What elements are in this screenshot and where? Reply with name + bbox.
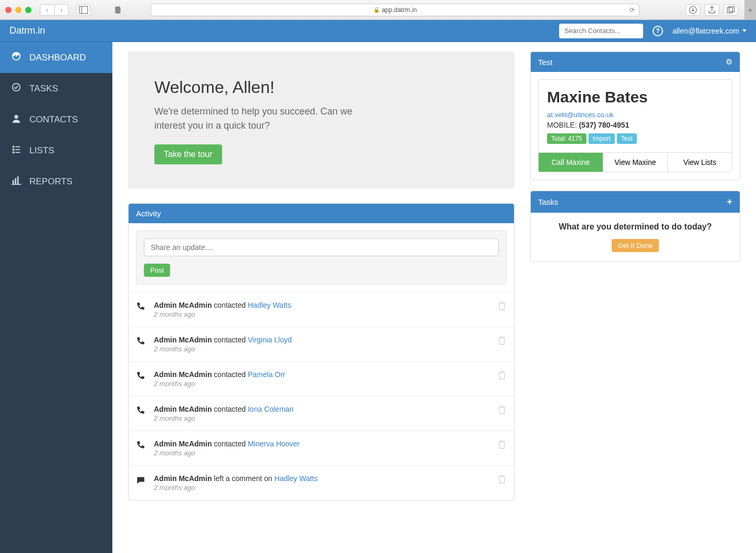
comment-icon bbox=[136, 475, 144, 486]
sidebar-item-lists[interactable]: LISTS bbox=[0, 135, 112, 166]
get-it-done-button[interactable]: Get It Done bbox=[612, 239, 659, 252]
activity-target-link[interactable]: Virginia Lloyd bbox=[248, 336, 292, 344]
back-button[interactable]: ‹ bbox=[40, 4, 55, 16]
activity-text: Admin McAdmin contacted Hadley Watts bbox=[154, 301, 488, 309]
take-tour-button[interactable]: Take the tour bbox=[154, 144, 222, 164]
svg-rect-4 bbox=[729, 6, 734, 12]
sidebar-item-label: DASHBOARD bbox=[29, 53, 86, 63]
trash-icon[interactable] bbox=[497, 405, 507, 416]
svg-rect-9 bbox=[15, 147, 20, 148]
activity-verb: contacted bbox=[214, 301, 246, 309]
tasks-panel: Tasks + What are you determined to do to… bbox=[530, 191, 740, 262]
activity-target-link[interactable]: Hadley Watts bbox=[275, 474, 318, 483]
activity-actor: Admin McAdmin bbox=[154, 301, 212, 309]
activity-verb: contacted bbox=[214, 370, 246, 379]
call-contact-button[interactable]: Call Maxine bbox=[539, 153, 603, 172]
activity-verb: contacted bbox=[214, 336, 246, 344]
view-lists-button[interactable]: View Lists bbox=[668, 153, 732, 172]
activity-target-link[interactable]: Iona Coleman bbox=[248, 405, 293, 413]
contact-email-link[interactable]: at.velit@ultrices.co.uk bbox=[547, 111, 614, 119]
activity-actor: Admin McAdmin bbox=[154, 336, 212, 344]
evernote-icon[interactable] bbox=[111, 5, 125, 15]
downloads-button[interactable] bbox=[686, 4, 700, 16]
user-email: allen@flatcreek.com bbox=[673, 27, 739, 35]
activity-time: 2 months ago bbox=[154, 414, 488, 422]
window-controls bbox=[5, 7, 32, 13]
contact-actions: Call Maxine View Maxine View Lists bbox=[539, 152, 732, 172]
sidebar-toggle-button[interactable] bbox=[76, 4, 91, 16]
url-bar[interactable]: 🔒 app.datrm.in ⟳ bbox=[151, 4, 639, 16]
activity-time: 2 months ago bbox=[154, 449, 488, 457]
welcome-panel: Welcome, Allen! We're determined to help… bbox=[128, 51, 514, 189]
forward-button[interactable]: › bbox=[54, 4, 69, 16]
trash-icon[interactable] bbox=[497, 336, 507, 347]
tasks-panel-title: Tasks bbox=[538, 197, 558, 206]
activity-heading: Activity bbox=[129, 204, 514, 223]
trash-icon[interactable] bbox=[497, 474, 507, 485]
svg-point-6 bbox=[13, 84, 20, 91]
help-icon[interactable]: ? bbox=[653, 26, 663, 36]
minimize-window-icon[interactable] bbox=[15, 7, 22, 13]
activity-actor: Admin McAdmin bbox=[154, 440, 212, 448]
activity-item: Admin McAdmin contacted Virginia Lloyd2 … bbox=[129, 327, 514, 361]
activity-verb: contacted bbox=[214, 405, 246, 413]
sidebar-item-dashboard[interactable]: DASHBOARD bbox=[0, 42, 112, 73]
reload-icon[interactable]: ⟳ bbox=[629, 6, 635, 14]
plus-icon[interactable]: + bbox=[727, 196, 732, 207]
svg-rect-12 bbox=[13, 152, 15, 154]
activity-time: 2 months ago bbox=[154, 484, 488, 492]
activity-target-link[interactable]: Hadley Watts bbox=[248, 301, 291, 309]
activity-text: Admin McAdmin contacted Minerva Hoover bbox=[154, 440, 488, 448]
badge[interactable]: Test bbox=[617, 133, 637, 144]
sidebar-item-reports[interactable]: REPORTS bbox=[0, 166, 112, 197]
sidebar-item-label: LISTS bbox=[29, 145, 54, 156]
badge[interactable]: Import bbox=[589, 133, 615, 144]
sidebar: DASHBOARD TASKS CONTACTS LISTS REPORTS bbox=[0, 42, 112, 553]
post-button[interactable]: Post bbox=[144, 264, 170, 277]
activity-item: Admin McAdmin contacted Hadley Watts2 mo… bbox=[129, 292, 514, 327]
trash-icon[interactable] bbox=[497, 440, 507, 451]
lock-icon: 🔒 bbox=[373, 7, 380, 13]
tasks-prompt: What are you determined to do today? bbox=[540, 222, 730, 232]
svg-rect-11 bbox=[15, 149, 20, 150]
activity-actor: Admin McAdmin bbox=[154, 370, 212, 379]
phone-icon bbox=[136, 441, 144, 452]
user-menu[interactable]: allen@flatcreek.com bbox=[673, 27, 747, 35]
activity-text: Admin McAdmin contacted Iona Coleman bbox=[154, 405, 488, 413]
activity-item: Admin McAdmin contacted Pamela Orr2 mont… bbox=[129, 361, 514, 396]
sidebar-item-tasks[interactable]: TASKS bbox=[0, 73, 112, 104]
activity-target-link[interactable]: Pamela Orr bbox=[248, 370, 286, 379]
check-circle-icon bbox=[10, 82, 22, 95]
welcome-subtitle: We're determined to help you succeed. Ca… bbox=[154, 105, 385, 133]
search-input[interactable] bbox=[559, 24, 643, 38]
sidebar-item-contacts[interactable]: CONTACTS bbox=[0, 104, 112, 135]
view-contact-button[interactable]: View Maxine bbox=[603, 153, 668, 172]
share-update-input[interactable] bbox=[144, 238, 499, 256]
activity-text: Admin McAdmin contacted Pamela Orr bbox=[154, 370, 488, 379]
close-window-icon[interactable] bbox=[5, 7, 12, 13]
sidebar-item-label: REPORTS bbox=[29, 176, 72, 187]
phone-icon bbox=[136, 406, 144, 417]
gear-icon[interactable]: ⚙ bbox=[726, 57, 732, 67]
share-button[interactable] bbox=[705, 4, 719, 16]
activity-time: 2 months ago bbox=[154, 345, 488, 353]
activity-list: Admin McAdmin contacted Hadley Watts2 mo… bbox=[129, 292, 514, 500]
new-tab-button[interactable]: + bbox=[744, 0, 756, 20]
svg-rect-10 bbox=[13, 149, 15, 151]
activity-time: 2 months ago bbox=[154, 310, 488, 318]
activity-item: Admin McAdmin contacted Iona Coleman2 mo… bbox=[129, 396, 514, 431]
trash-icon[interactable] bbox=[497, 370, 507, 381]
phone-icon bbox=[136, 371, 144, 382]
trash-icon[interactable] bbox=[497, 301, 507, 312]
svg-rect-0 bbox=[79, 6, 88, 14]
tabs-button[interactable] bbox=[723, 4, 738, 16]
activity-panel: Activity Post Admin McAdmin contacted Ha… bbox=[128, 203, 514, 500]
brand-logo[interactable]: Datrm.in bbox=[9, 25, 45, 36]
dashboard-icon bbox=[10, 51, 22, 64]
contact-badges: Total: 4175ImportTest bbox=[547, 133, 723, 144]
activity-text: Admin McAdmin contacted Virginia Lloyd bbox=[154, 336, 488, 344]
phone-icon bbox=[136, 337, 144, 348]
activity-target-link[interactable]: Minerva Hoover bbox=[248, 440, 300, 448]
badge[interactable]: Total: 4175 bbox=[547, 133, 586, 144]
maximize-window-icon[interactable] bbox=[25, 7, 32, 13]
